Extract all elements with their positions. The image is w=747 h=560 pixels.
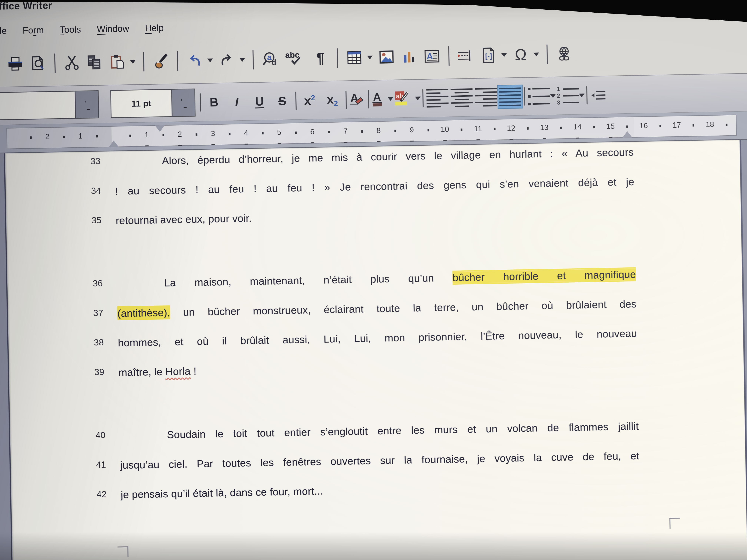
paste-dropdown-icon[interactable] (130, 60, 136, 64)
ordered-list-icon[interactable]: 1 2 3 (556, 84, 580, 107)
align-justified-icon[interactable] (498, 85, 522, 108)
unordered-list-icon[interactable] (527, 85, 551, 108)
menu-tools[interactable]: Tools (60, 24, 81, 35)
separator (345, 91, 347, 109)
ruler-mark (295, 132, 297, 134)
align-left-icon[interactable] (425, 86, 450, 110)
bookmark-partial-icon[interactable] (744, 40, 747, 61)
line-number: 37 (73, 308, 103, 319)
clear-formatting-icon[interactable]: A (348, 89, 366, 110)
line-number: 41 (76, 459, 106, 470)
ruler-mark (593, 126, 595, 128)
italic-button[interactable]: I (225, 95, 248, 109)
font-color-icon[interactable]: A (371, 88, 389, 110)
ruler-mark (693, 124, 694, 127)
underline-button[interactable]: U (248, 94, 271, 108)
menu-window[interactable]: Window (97, 23, 129, 34)
subscript-button[interactable]: x2 (321, 92, 344, 108)
undo-dropdown-icon[interactable] (207, 58, 213, 62)
unordered-list-dropdown-icon[interactable] (550, 94, 556, 98)
menu-help[interactable]: Help (145, 23, 164, 33)
special-character-dropdown-icon[interactable] (533, 53, 539, 56)
ruler-mark (162, 134, 164, 136)
line-text: maître, le Horla ! (119, 357, 638, 379)
text-segment: ! au secours ! au feu ! au feu ! » Je re… (115, 176, 634, 197)
line-text: jusqu’au ciel. Par toutes les fenêtres o… (120, 449, 639, 471)
line-text: Soudain le toit tout entier s’engloutit … (120, 420, 639, 442)
font-name-combobox[interactable]: ˈˍ (0, 90, 99, 121)
separator (200, 93, 201, 111)
line-number: 39 (74, 367, 104, 377)
find-replace-icon[interactable]: ad (261, 49, 279, 70)
document-line: 36La maison, maintenant, n’était plus qu… (7, 266, 743, 295)
first-line-indent-marker[interactable] (155, 125, 165, 132)
highlighted-text: bûcher horrible et magnifique (453, 268, 636, 284)
superscript-button[interactable]: x2 (298, 93, 321, 108)
table-dropdown-icon[interactable] (367, 56, 373, 59)
svg-text:¶: ¶ (316, 50, 325, 66)
undo-icon[interactable] (185, 50, 204, 71)
document-line: 37(antithèse), un bûcher monstrueux, écl… (8, 296, 744, 324)
field-dropdown-icon[interactable] (501, 53, 507, 57)
right-indent-marker[interactable] (622, 131, 632, 138)
chevron-down-icon[interactable]: ˈˍ (171, 89, 195, 116)
hyperlink-icon[interactable] (555, 43, 573, 64)
special-character-icon[interactable]: Ω (512, 44, 530, 65)
ruler-number: 1 (145, 130, 149, 139)
strikethrough-button[interactable]: S (271, 94, 294, 108)
ruler-number: 12 (507, 124, 515, 132)
text-segment: Soudain le toit tout entier s’engloutit … (167, 420, 639, 441)
ruler-mark (229, 133, 230, 135)
highlight-color-icon[interactable]: ab (393, 88, 416, 109)
ruler-number: 18 (706, 120, 714, 129)
print-preview-icon[interactable] (29, 53, 47, 74)
separator (54, 54, 56, 73)
export-pdf-icon[interactable] (0, 54, 2, 75)
insert-text-box-icon[interactable]: A (423, 46, 441, 67)
print-icon[interactable] (6, 54, 24, 75)
formatting-marks-icon[interactable]: ¶ (311, 48, 330, 69)
insert-table-icon[interactable] (345, 47, 363, 68)
document-line: 35retournai avec eux, pour voir. (6, 203, 742, 232)
ordered-list-dropdown-icon[interactable] (579, 94, 585, 98)
spellcheck-icon[interactable]: abc (284, 48, 307, 70)
line-text: je pensais qu’il était là, dans ce four,… (121, 479, 640, 501)
chevron-down-icon[interactable]: ˈˍ (75, 91, 98, 118)
align-right-icon[interactable] (473, 85, 498, 109)
separator (524, 87, 525, 106)
document-line: 40Soudain le toit tout entier s’englouti… (10, 418, 746, 447)
redo-dropdown-icon[interactable] (239, 58, 245, 62)
ruler-number: 1 (78, 132, 83, 140)
text-segment: retournai avec eux, pour voir. (115, 212, 252, 226)
bold-button[interactable]: B (203, 95, 226, 109)
font-size-combobox[interactable]: 11 pt ˈˍ (110, 88, 196, 118)
page[interactable]: 33Alors, éperdu d’horreur, je me mis à c… (4, 140, 747, 560)
text-boundary-corner-right (669, 517, 680, 529)
left-indent-marker[interactable] (109, 140, 119, 147)
page-break-icon[interactable] (457, 45, 475, 66)
separator (368, 90, 369, 108)
menu-table[interactable]: Table (0, 25, 7, 36)
svg-text:A: A (373, 91, 381, 104)
ruler-mark (461, 129, 462, 131)
line-text: retournai avec eux, pour voir. (115, 205, 635, 227)
paste-icon[interactable] (108, 52, 126, 73)
ruler-number: 9 (409, 126, 414, 134)
ruler-number: 3 (211, 129, 215, 138)
increase-indent-partial-icon[interactable] (589, 85, 607, 106)
insert-chart-icon[interactable] (400, 46, 418, 68)
cut-icon[interactable] (63, 52, 81, 74)
clone-formatting-icon[interactable] (152, 51, 170, 72)
menu-form[interactable]: Form (22, 25, 44, 35)
align-center-icon[interactable] (449, 86, 474, 109)
ruler-mark (527, 127, 529, 129)
redo-icon[interactable] (218, 50, 236, 71)
ruler-mark (145, 145, 149, 146)
copy-icon[interactable] (85, 52, 104, 73)
insert-field-icon[interactable]: [-] (480, 45, 498, 66)
ruler-number: 5 (277, 128, 281, 136)
line-text: (antithèse), un bûcher monstrueux, éclai… (117, 298, 637, 320)
ruler-mark (344, 142, 347, 143)
insert-image-icon[interactable] (378, 47, 395, 68)
ruler-number: 17 (672, 121, 681, 129)
